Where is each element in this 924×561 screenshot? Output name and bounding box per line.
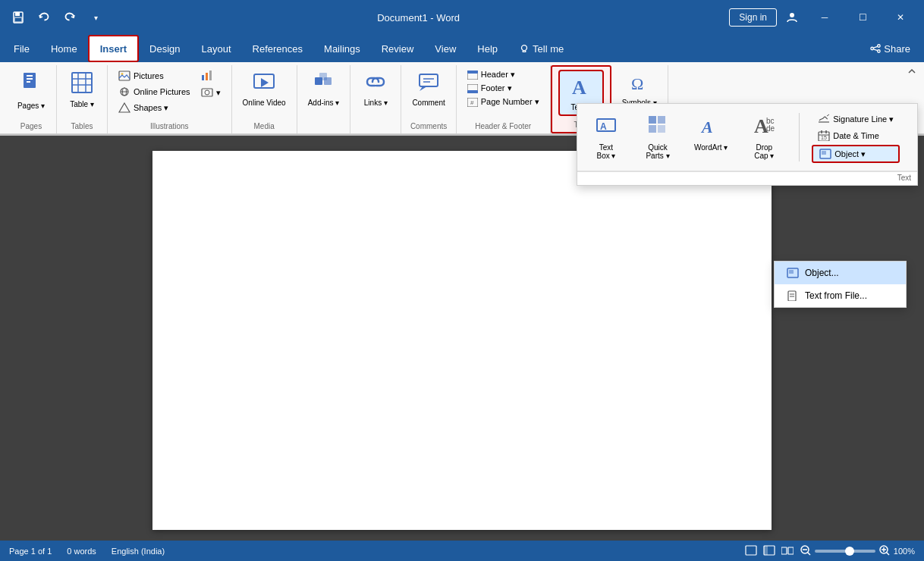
menu-insert[interactable]: Insert bbox=[88, 35, 139, 62]
header-footer-group-label: Header & Footer bbox=[475, 121, 531, 133]
textbox-label: Text Box ▾ bbox=[596, 143, 615, 160]
pages-icon bbox=[20, 71, 42, 100]
ribbon-group-pages: Pages ▾ Pages bbox=[6, 65, 57, 133]
online-pictures-label: Online Pictures bbox=[134, 87, 190, 96]
footer-button[interactable]: Footer ▾ bbox=[463, 82, 544, 95]
footer-label: Footer ▾ bbox=[481, 83, 512, 93]
customize-quick-access-button[interactable]: ▾ bbox=[83, 5, 108, 30]
pictures-label: Pictures bbox=[134, 71, 164, 80]
quickparts-icon bbox=[647, 114, 668, 140]
document-view-print-icon[interactable] bbox=[745, 545, 757, 557]
header-button[interactable]: Header ▾ bbox=[463, 68, 544, 81]
title-text: Document1 - Word bbox=[377, 12, 460, 24]
screenshot-button[interactable]: ▾ bbox=[196, 85, 225, 100]
svg-text:de: de bbox=[766, 124, 775, 133]
menu-help[interactable]: Help bbox=[467, 35, 508, 62]
svg-point-6 bbox=[871, 47, 874, 50]
textbox-dropdown-item[interactable]: A Text Box ▾ bbox=[583, 110, 629, 165]
menu-view[interactable]: View bbox=[424, 35, 467, 62]
document-area[interactable] bbox=[0, 136, 924, 541]
svg-text:A: A bbox=[600, 121, 607, 132]
comment-button[interactable]: Comment bbox=[407, 68, 449, 110]
svg-rect-35 bbox=[420, 74, 438, 86]
online-video-button[interactable]: Online Video bbox=[238, 68, 291, 110]
save-button[interactable] bbox=[6, 5, 30, 30]
page-number-label: Page Number ▾ bbox=[481, 97, 539, 107]
share-button[interactable]: Share bbox=[860, 35, 921, 62]
menu-file[interactable]: File bbox=[3, 35, 40, 62]
svg-rect-25 bbox=[202, 75, 204, 80]
undo-button[interactable] bbox=[32, 5, 56, 30]
addins-label: Add-ins ▾ bbox=[308, 99, 340, 107]
text-from-file-menu-item[interactable]: Text from File... bbox=[775, 284, 906, 307]
dropdown-divider bbox=[799, 113, 800, 161]
svg-rect-74 bbox=[781, 547, 787, 554]
chart-button[interactable] bbox=[196, 68, 225, 83]
menu-home[interactable]: Home bbox=[40, 35, 88, 62]
title-bar-left: ▾ bbox=[6, 5, 108, 30]
svg-point-4 bbox=[522, 45, 527, 51]
page-number-button[interactable]: # Page Number ▾ bbox=[463, 96, 544, 108]
symbols-icon: Ω bbox=[628, 71, 651, 97]
menu-review[interactable]: Review bbox=[371, 35, 425, 62]
header-label: Header ▾ bbox=[481, 70, 515, 80]
svg-rect-65 bbox=[822, 151, 826, 155]
redo-button[interactable] bbox=[58, 5, 82, 30]
word-count: 0 words bbox=[67, 547, 96, 556]
svg-rect-1 bbox=[15, 12, 20, 16]
status-right: 100% bbox=[745, 544, 915, 558]
addins-button[interactable]: Add-ins ▾ bbox=[303, 68, 344, 110]
svg-line-9 bbox=[874, 49, 878, 51]
links-label: Links ▾ bbox=[364, 99, 388, 107]
zoom-out-button[interactable] bbox=[800, 544, 812, 558]
signature-line-button[interactable]: Signature Line ▾ bbox=[812, 111, 900, 127]
svg-rect-12 bbox=[27, 78, 33, 80]
svg-text:Ω: Ω bbox=[631, 74, 643, 92]
menu-references[interactable]: References bbox=[242, 35, 313, 62]
svg-rect-2 bbox=[14, 17, 22, 22]
svg-text:A: A bbox=[700, 118, 713, 136]
svg-rect-26 bbox=[206, 73, 208, 80]
zoom-slider[interactable] bbox=[815, 550, 875, 553]
document-view-read-icon[interactable] bbox=[781, 545, 794, 557]
menu-mailings[interactable]: Mailings bbox=[313, 35, 371, 62]
minimize-button[interactable]: ─ bbox=[807, 0, 842, 35]
shapes-button[interactable]: Shapes ▾ bbox=[114, 100, 195, 115]
sign-in-button[interactable]: Sign in bbox=[729, 8, 777, 27]
document-view-web-icon[interactable] bbox=[763, 545, 775, 557]
links-icon bbox=[365, 71, 386, 97]
zoom-in-button[interactable] bbox=[878, 544, 891, 558]
svg-line-80 bbox=[886, 553, 889, 556]
close-button[interactable]: ✕ bbox=[883, 0, 918, 35]
pictures-button[interactable]: Pictures bbox=[114, 68, 195, 83]
wordart-dropdown-item[interactable]: A WordArt ▾ bbox=[687, 110, 735, 165]
restore-button[interactable]: ☐ bbox=[845, 0, 880, 35]
datetime-button[interactable]: 15 Date & Time bbox=[812, 128, 900, 143]
links-button[interactable]: Links ▾ bbox=[357, 68, 394, 110]
pages-group-label: Pages bbox=[20, 121, 42, 133]
svg-rect-42 bbox=[467, 90, 478, 93]
share-label: Share bbox=[884, 43, 910, 55]
ribbon-group-header-footer: Header ▾ Footer ▾ # Page Number ▾ Header… bbox=[457, 65, 551, 133]
svg-rect-73 bbox=[764, 546, 768, 555]
svg-rect-71 bbox=[746, 546, 756, 555]
menu-lightbulb-icon[interactable]: Tell me bbox=[508, 35, 574, 62]
account-icon[interactable] bbox=[780, 5, 804, 30]
pages-button[interactable]: Pages ▾ bbox=[12, 68, 50, 113]
status-bar: Page 1 of 1 0 words English (India) 100% bbox=[0, 541, 924, 561]
menu-layout[interactable]: Layout bbox=[191, 35, 242, 62]
text-dropdown-panel: A Text Box ▾ Quick Parts ▾ A WordArt ▾ bbox=[577, 103, 918, 186]
dropcap-dropdown-item[interactable]: A bc de Drop Cap ▾ bbox=[741, 110, 787, 165]
zoom-percent[interactable]: 100% bbox=[894, 547, 915, 556]
object-button[interactable]: Object ▾ bbox=[812, 145, 900, 163]
ribbon-group-comments: Comment Comments bbox=[401, 65, 456, 133]
svg-line-77 bbox=[807, 553, 810, 556]
table-button[interactable]: Table ▾ bbox=[63, 68, 101, 111]
quickparts-dropdown-item[interactable]: Quick Parts ▾ bbox=[635, 110, 680, 165]
menu-design[interactable]: Design bbox=[139, 35, 190, 62]
svg-rect-34 bbox=[319, 73, 327, 80]
object-menu-item[interactable]: Object... bbox=[775, 262, 906, 284]
text-from-file-label: Text from File... bbox=[805, 290, 867, 301]
online-pictures-button[interactable]: Online Pictures bbox=[114, 84, 195, 99]
ribbon-collapse-button[interactable] bbox=[906, 65, 918, 80]
